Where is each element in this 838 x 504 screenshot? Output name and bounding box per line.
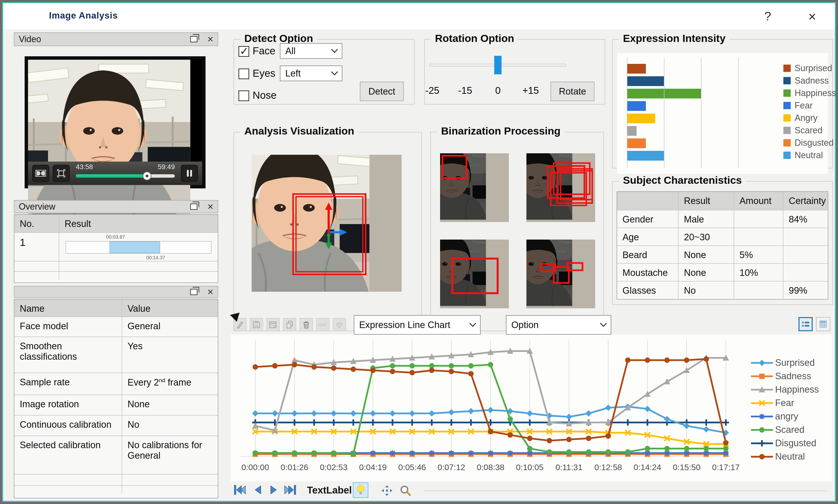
dolby-audio-button[interactable] [32, 165, 49, 182]
subject-cell: 5% [734, 246, 783, 263]
table-row[interactable] [14, 262, 218, 272]
previous-icon[interactable] [252, 484, 264, 496]
chart-view-toggle[interactable] [799, 317, 813, 331]
table-row[interactable]: Gender Male 84% [617, 210, 828, 228]
chevron-down-icon [331, 69, 338, 75]
properties-panel-header: × [14, 286, 218, 298]
close-panel-icon[interactable]: × [207, 201, 213, 212]
detect-option-title: Detect Option [240, 32, 317, 44]
face-detection-overlay [252, 155, 402, 292]
text-label: TextLabel [307, 485, 352, 496]
video-progress-track[interactable] [76, 174, 175, 178]
table-row[interactable]: Moustache None 10% [617, 264, 828, 282]
legend-item: Neutral [750, 450, 819, 463]
save-button[interactable] [250, 318, 263, 331]
skip-last-icon[interactable] [284, 484, 297, 496]
subject-cell: No [679, 282, 734, 300]
copy-button[interactable] [283, 318, 296, 331]
detect-button[interactable]: Detect [360, 82, 404, 101]
subject-cell: Age [617, 228, 679, 246]
subject-cell [783, 246, 828, 263]
rotation-slider-handle[interactable] [494, 56, 501, 74]
right-axis-arrow [340, 229, 347, 236]
expression-intensity-chart: SurprisedSadnessHappinessFearAngryScared… [617, 53, 828, 174]
overview-col-no: No. [14, 215, 59, 232]
legend-item: Disgusted [750, 436, 819, 450]
chevron-down-icon [331, 46, 338, 53]
video-progress-knob[interactable] [143, 172, 151, 180]
table-row[interactable] [14, 272, 218, 280]
overview-table: No. Result 1 00:03.87 00:14.37 [14, 214, 218, 283]
table-row[interactable] [14, 474, 218, 486]
table-view-icon [818, 319, 828, 329]
table-row[interactable]: Age 20~30 [617, 228, 828, 246]
subject-cell: None [679, 264, 734, 281]
divider [424, 491, 827, 491]
table-row[interactable]: Sample rate Every 2nd frame [14, 373, 218, 395]
rotate-button[interactable]: Rotate [551, 82, 594, 101]
analysis-visualization-title: Analysis Visualization [240, 125, 358, 137]
svg-text:0:02:53: 0:02:53 [320, 463, 347, 472]
option-dropdown[interactable]: Option [506, 315, 611, 335]
next-icon[interactable] [268, 484, 279, 496]
subject-cell [734, 228, 783, 246]
close-panel-icon[interactable]: × [207, 34, 213, 44]
analysis-image [252, 155, 402, 292]
intensity-bar-neutral [627, 151, 664, 161]
gridline [701, 57, 701, 168]
fit-screen-button[interactable] [53, 165, 70, 182]
overview-result-cell: 00:03.87 00:14.37 [59, 233, 218, 261]
table-row[interactable] [14, 486, 218, 493]
table-row[interactable]: Continuous calibration No [14, 416, 218, 436]
pan-move-icon[interactable] [381, 485, 393, 497]
video-frame-image [28, 60, 202, 220]
rotation-slider-track[interactable] [430, 64, 566, 67]
favorite-button[interactable] [333, 318, 346, 331]
subject-cell: 20~30 [679, 228, 734, 246]
table-row[interactable]: 1 00:03.87 00:14.37 [14, 233, 218, 262]
eyes-dropdown[interactable]: Left [280, 66, 342, 81]
chart-type-dropdown[interactable]: Expression Line Chart [354, 315, 481, 335]
table-row[interactable]: Beard None 5% [617, 246, 828, 264]
result-range-segment[interactable] [109, 241, 160, 253]
table-row[interactable]: Glasses No 99% [617, 282, 828, 300]
nose-checkbox[interactable] [238, 90, 249, 101]
video-player[interactable]: 43:58 59:49 [24, 56, 206, 188]
table-row[interactable]: Image rotation None [14, 395, 218, 416]
video-progress-fill [76, 174, 147, 178]
float-panel-icon[interactable] [190, 203, 197, 210]
table-row[interactable]: Smoothen classifications Yes [14, 337, 218, 373]
overview-row-no: 1 [14, 233, 59, 261]
table-row[interactable]: Selected calibration No calibrations for… [14, 436, 218, 474]
intensity-bar-fear [627, 101, 646, 111]
subject-cell [734, 282, 783, 300]
svg-text:0:14:24: 0:14:24 [634, 463, 661, 472]
subject-cell: Male [679, 210, 734, 228]
help-button[interactable]: ? [759, 8, 776, 24]
link-button[interactable] [316, 318, 329, 331]
close-button[interactable]: × [804, 8, 821, 24]
svg-text:0:04:19: 0:04:19 [359, 463, 387, 472]
eyes-checkbox[interactable] [238, 69, 249, 79]
table-row[interactable]: Face model General [14, 317, 218, 337]
close-panel-icon[interactable]: × [207, 287, 213, 297]
prop-value: General [122, 317, 218, 337]
calendar-settings-button[interactable] [267, 318, 280, 331]
pause-button[interactable] [181, 165, 198, 182]
titlebar: Image Analysis ? × [3, 3, 835, 30]
subject-cell [783, 228, 828, 246]
overview-col-result: Result [59, 215, 218, 232]
expression-line-chart: 0:00:000:01:260:02:530:04:190:05:460:07:… [231, 335, 832, 481]
legend-item: Happiness [750, 383, 819, 396]
float-panel-icon[interactable] [190, 289, 197, 295]
table-view-toggle[interactable] [816, 317, 830, 331]
float-panel-icon[interactable] [190, 36, 197, 42]
highlight-toggle-button[interactable] [353, 482, 369, 498]
zoom-icon[interactable] [399, 484, 412, 497]
app-window: Image Analysis ? × Video × [0, 0, 838, 504]
trash-button[interactable] [300, 318, 313, 331]
subject-col: Amount [734, 192, 783, 210]
skip-first-icon[interactable] [233, 484, 247, 496]
face-checkbox[interactable] [238, 46, 249, 57]
face-dropdown[interactable]: All [280, 43, 342, 59]
